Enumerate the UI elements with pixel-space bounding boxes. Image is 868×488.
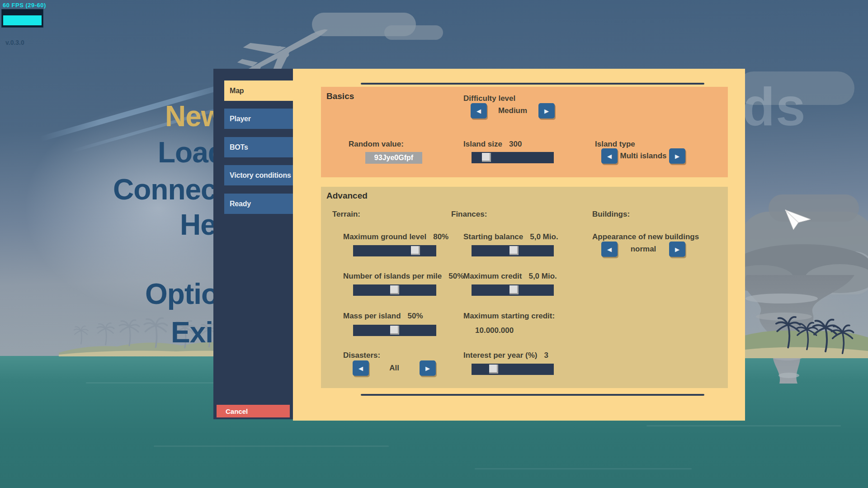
max-ground-label: Maximum ground level80% [343, 232, 448, 242]
arrow-right-icon: ▶ [544, 108, 549, 114]
arrow-left-icon: ◀ [607, 246, 612, 253]
random-value-input[interactable]: 93Jye0Gfpf [365, 152, 422, 164]
fps-counter: 60 FPS (29-60) [3, 2, 46, 9]
interest-label: Interest per year (%)3 [463, 351, 548, 360]
difficulty-next-button[interactable]: ▶ [538, 103, 555, 118]
menu-item-connect[interactable]: Connec [113, 175, 217, 204]
advanced-header: Advanced [326, 191, 368, 201]
appearance-next-button[interactable]: ▶ [669, 242, 685, 257]
max-starting-credit-label: Maximum starting credit: [463, 312, 555, 321]
menu-item-exit[interactable]: Exi [171, 318, 213, 347]
ocean-wave [646, 425, 841, 426]
fps-graph-bar [3, 15, 42, 25]
bottom-divider [361, 394, 704, 396]
arrow-right-icon: ▶ [675, 246, 679, 253]
interest-slider[interactable] [472, 364, 554, 375]
island-type-value: Multi islands [618, 152, 669, 161]
tab-bots[interactable]: BOTs [224, 137, 293, 157]
cloud [769, 194, 859, 222]
slider-thumb[interactable] [489, 365, 498, 374]
max-ground-slider[interactable] [353, 245, 436, 256]
game-screen: ds New Load Connec He Optio Exi 60 FPS (… [0, 0, 868, 488]
island-type-label: Island type [595, 140, 635, 149]
appearance-label: Appearance of new buildings [592, 232, 699, 242]
buildings-header: Buildings: [592, 210, 630, 219]
appearance-value: normal [618, 245, 669, 254]
basics-section: Basics Difficulty level ◀ Medium ▶ Rando… [321, 87, 728, 177]
setup-dialog-sidebar: Map Player BOTs Victory conditions Ready… [213, 69, 293, 419]
island-size-label: Island size300 [463, 140, 522, 149]
slider-thumb[interactable] [509, 246, 519, 255]
tab-victory-conditions[interactable]: Victory conditions [224, 165, 293, 185]
tab-map[interactable]: Map [224, 81, 294, 101]
starting-balance-label: Starting balance5,0 Mio. [463, 232, 558, 242]
menu-item-help[interactable]: He [180, 210, 216, 239]
ocean-wave [154, 445, 389, 447]
mouse-cursor-icon [784, 209, 812, 232]
tab-player[interactable]: Player [224, 109, 293, 129]
finances-header: Finances: [451, 210, 487, 219]
difficulty-value: Medium [487, 106, 538, 115]
slider-thumb[interactable] [390, 326, 399, 335]
map-settings-panel: Basics Difficulty level ◀ Medium ▶ Rando… [293, 69, 745, 421]
basics-header: Basics [326, 91, 354, 101]
island-type-prev-button[interactable]: ◀ [601, 148, 618, 164]
game-title-fragment: ds [742, 76, 807, 137]
island-right [741, 308, 868, 358]
disasters-label: Disasters: [343, 351, 380, 360]
max-starting-credit-value: 10.000.000 [475, 326, 514, 335]
top-divider [361, 83, 704, 85]
slider-thumb[interactable] [509, 285, 519, 294]
mass-per-island-slider[interactable] [353, 325, 436, 336]
cancel-button[interactable]: Cancel [217, 405, 290, 417]
cloud [384, 25, 443, 40]
arrow-left-icon: ◀ [476, 108, 481, 114]
difficulty-label: Difficulty level [463, 94, 515, 103]
advanced-section: Advanced Terrain: Finances: Buildings: M… [321, 187, 728, 388]
islands-per-mile-slider[interactable] [353, 284, 436, 296]
tab-ready[interactable]: Ready [224, 194, 293, 214]
maximum-credit-slider[interactable] [472, 284, 554, 296]
random-value-label: Random value: [349, 140, 404, 149]
mass-per-island-label: Mass per island50% [343, 312, 423, 321]
fps-graph [1, 9, 43, 28]
disasters-next-button[interactable]: ▶ [420, 360, 436, 376]
disasters-prev-button[interactable]: ◀ [353, 360, 369, 376]
island-size-slider[interactable] [472, 152, 554, 163]
menu-item-options[interactable]: Optio [145, 280, 218, 308]
difficulty-prev-button[interactable]: ◀ [471, 103, 487, 118]
arrow-right-icon: ▶ [425, 365, 430, 372]
arrow-left-icon: ◀ [607, 153, 612, 160]
arrow-left-icon: ◀ [359, 365, 363, 372]
version-label: v.0.3.0 [5, 39, 24, 46]
slider-thumb[interactable] [390, 285, 399, 294]
terrain-header: Terrain: [332, 210, 360, 219]
disasters-value: All [369, 364, 420, 373]
islands-per-mile-label: Number of islands per mile50% [343, 272, 464, 281]
island-type-next-button[interactable]: ▶ [669, 148, 685, 164]
slider-thumb[interactable] [411, 246, 420, 255]
maximum-credit-label: Maximum credit5,0 Mio. [463, 272, 557, 281]
ocean-wave [475, 468, 692, 469]
arrow-right-icon: ▶ [675, 153, 679, 160]
slider-thumb[interactable] [482, 153, 491, 162]
starting-balance-slider[interactable] [472, 245, 554, 256]
appearance-prev-button[interactable]: ◀ [601, 242, 618, 257]
